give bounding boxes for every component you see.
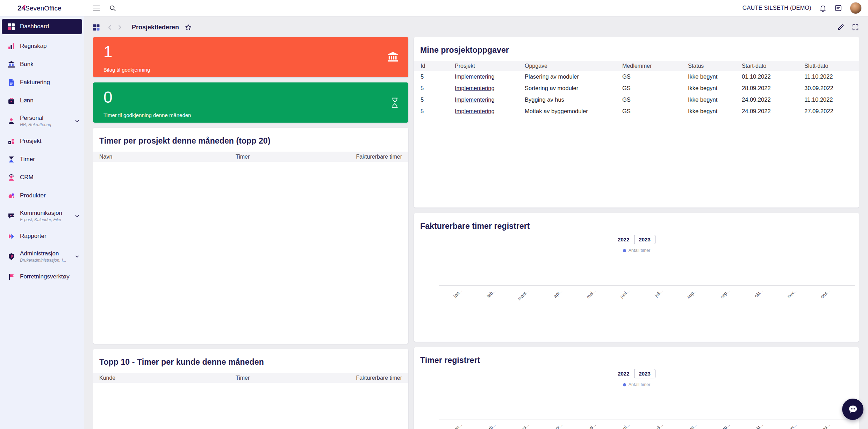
chevron-left-icon [107,25,113,30]
breadcrumb: Prosjektlederen [132,24,179,31]
admin-shield-icon [7,253,15,260]
year-2023-option[interactable]: 2023 [634,369,655,378]
sidebar-item-produkter[interactable]: Produkter [0,187,84,205]
timer-godkjenning-stat-card[interactable]: 0 Timer til godkjenning denne måneden [93,82,408,123]
reports-icon [7,232,15,240]
products-icon [7,192,15,199]
sidebar-item-administrasjon[interactable]: AdministrasjonBrukeradministrasjon, I... [0,245,84,268]
app-logo[interactable]: 24SevenOffice [0,4,84,12]
project-link[interactable]: Implementering [455,108,495,114]
menu-button[interactable] [93,5,100,11]
sidebar-item-personal[interactable]: PersonalHR, Rekruttering [0,110,84,132]
main-content: Prosjektlederen 1 [84,16,868,429]
x-axis-label: sep... [719,288,731,299]
sidebar-item-regnskap[interactable]: Regnskap [0,37,84,55]
bilag-stat-card[interactable]: 1 Bilag til godkjenning [93,37,408,77]
sidebar-item-label: CRM [20,174,34,181]
year-2023-option[interactable]: 2023 [634,235,655,244]
chart-legend: Antall timer [414,382,859,387]
logo-mark: 24 [17,4,25,12]
stat-label: Bilag til godkjenning [103,67,150,73]
timer-per-prosjekt-card: Timer per prosjekt denne måneden (topp 2… [93,128,408,344]
x-axis-label: nov... [786,288,797,299]
prosjektoppgaver-card: Mine prosjektoppgaver Id Prosjekt Oppgav… [414,37,859,208]
star-icon [185,24,192,31]
project-link[interactable]: Implementering [455,96,495,103]
x-axis-label: sep... [719,422,731,429]
column-header-prosjekt: Prosjekt [455,63,525,69]
bell-icon [819,4,827,12]
sidebar-item-forretningsverkt-y[interactable]: Forretningsverktøy [0,268,84,286]
dashboard-picker-button[interactable] [93,24,100,31]
chart-legend: Antall timer [414,248,859,253]
column-header-timer: Timer [236,154,297,160]
card-title: Mine prosjektoppgaver [414,37,859,61]
topbar: 24SevenOffice GAUTE SILSETH (DEMO) [0,0,868,16]
column-header-navn: Navn [99,154,236,160]
chat-widget-button[interactable] [842,399,863,420]
table-row: 5ImplementeringSortering av modulerGSIkk… [414,82,859,94]
dashboard-toolbar: Prosjektlederen [93,20,859,34]
year-2022-option[interactable]: 2022 [618,237,629,242]
user-menu[interactable]: GAUTE SILSETH (DEMO) [743,5,811,11]
column-header-fakturerbare-timer: Fakturerbare timer [297,154,402,160]
x-axis-label: des... [820,422,831,429]
column-header-slutt-dato: Slutt-dato [804,63,853,69]
project-link[interactable]: Implementering [455,85,495,91]
sidebar-item-label: Rapporter [20,233,46,240]
project-icon [7,137,15,145]
year-toggle: 2022 2023 [414,369,859,378]
hourglass-icon [7,155,15,163]
sidebar-item-label: Dashboard [20,23,49,30]
sidebar-item-label: Administrasjon [20,250,66,257]
forward-button[interactable] [117,25,122,30]
sidebar-item-label: Produkter [20,192,46,199]
notifications-button[interactable] [819,4,827,12]
favorite-button[interactable] [185,24,192,31]
column-header-medlemmer: Medlemmer [622,63,688,69]
hamburger-icon [93,5,100,11]
sidebar-item-prosjekt[interactable]: Prosjekt [0,132,84,150]
legend-dot [623,249,626,252]
user-avatar[interactable] [850,2,862,14]
stat-value: 1 [103,43,398,60]
sidebar-item-timer[interactable]: Timer [0,150,84,168]
notes-panel-button[interactable] [834,4,842,12]
person-icon [7,117,15,125]
sidebar-item-dashboard[interactable]: Dashboard [2,19,82,34]
x-axis-label: feb... [486,422,496,429]
chat-bubble-icon [848,404,858,415]
back-button[interactable] [107,25,113,30]
edit-dashboard-button[interactable] [837,23,845,31]
bank-building-icon [387,52,399,63]
sidebar-item-bank[interactable]: Bank [0,55,84,73]
legend-label: Antall timer [629,382,651,387]
year-2022-option[interactable]: 2022 [618,371,629,377]
chevron-right-icon [117,25,122,30]
notes-icon [834,4,842,12]
table-header: Kunde Timer Fakturerbare timer [93,373,408,383]
x-axis-label: aug... [686,422,697,429]
sidebar-item-crm[interactable]: CRM [0,168,84,187]
card-title: Fakturerbare timer registrert [414,213,859,237]
table-header: Id Prosjekt Oppgave Medlemmer Status Sta… [414,61,859,71]
sidebar-item-kommunikasjon[interactable]: KommunikasjonE-post, Kalender, Filer [0,205,84,227]
sidebar-item-rapporter[interactable]: Rapporter [0,227,84,245]
search-button[interactable] [109,5,116,12]
fullscreen-button[interactable] [852,23,859,31]
x-axis-label: nov... [786,422,797,429]
sidebar-item-label: Personal [20,115,51,122]
project-link[interactable]: Implementering [455,73,495,80]
x-axis-label: mai... [585,288,597,299]
x-axis-label: juli... [653,422,664,429]
sidebar-item-label: Fakturering [20,79,50,86]
search-icon [109,5,116,12]
legend-dot [623,383,626,386]
x-axis-label: jan... [452,422,463,429]
sidebar-item-subtitle: Brukeradministrasjon, I... [20,258,66,263]
year-toggle: 2022 2023 [414,235,859,244]
sidebar-item-fakturering[interactable]: Fakturering [0,73,84,92]
sidebar-item-l-nn[interactable]: Lønn [0,92,84,110]
table-row: 5ImplementeringBygging av husGSIkke begy… [414,94,859,106]
column-header-timer: Timer [236,375,297,381]
